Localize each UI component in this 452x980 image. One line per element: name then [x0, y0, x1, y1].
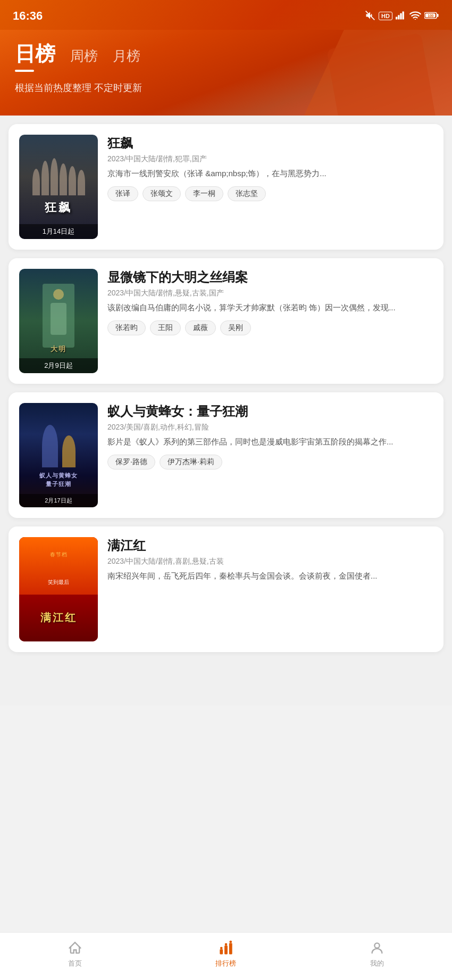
- movie-desc: 该剧改编自马伯庸的同名小说，算学天才帅家默（张若昀 饰）因一次偶然，发现...: [107, 301, 433, 314]
- svg-rect-1: [396, 17, 397, 19]
- movie-info: 满江红2023/中国大陆/剧情,喜剧,悬疑,古装南宋绍兴年间，岳飞死后四年，秦桧…: [107, 537, 433, 641]
- content-list: 狂飙 1月14日起 狂飙2023/中国大陆/剧情,犯罪,国产京海市一线刑警安欣（…: [0, 116, 452, 705]
- nav-ranking[interactable]: 排行榜: [215, 940, 236, 968]
- svg-point-14: [225, 943, 228, 945]
- tab-underline: [15, 70, 34, 72]
- signal-icon: [396, 11, 406, 21]
- svg-rect-3: [400, 13, 401, 19]
- nav-mine-label: 我的: [370, 959, 384, 968]
- tab-monthly[interactable]: 月榜: [113, 47, 140, 65]
- nav-home-label: 首页: [68, 959, 82, 968]
- nav-mine[interactable]: 我的: [367, 940, 387, 968]
- cast-tags: 张若昀王阳戚薇吴刚: [107, 320, 433, 335]
- header-subtitle: 根据当前热度整理 不定时更新: [15, 81, 437, 94]
- movie-info: 蚁人与黄蜂女：量子狂潮2023/美国/喜剧,动作,科幻,冒险影片是《蚁人》系列的…: [107, 403, 433, 507]
- movie-title: 蚁人与黄蜂女：量子狂潮: [107, 403, 433, 419]
- movie-meta: 2023/中国大陆/剧情,悬疑,古装,国产: [107, 289, 433, 298]
- svg-text:100: 100: [428, 14, 434, 18]
- svg-point-16: [374, 943, 379, 948]
- status-time: 16:36: [13, 9, 43, 23]
- header: 日榜 周榜 月榜 根据当前热度整理 不定时更新: [0, 30, 452, 116]
- home-icon: [65, 940, 85, 957]
- svg-point-15: [229, 941, 232, 943]
- cast-tag[interactable]: 李一桐: [185, 186, 223, 201]
- movie-info: 狂飙2023/中国大陆/剧情,犯罪,国产京海市一线刑警安欣（张译 &amp;nb…: [107, 135, 433, 239]
- ranking-icon: [216, 940, 236, 957]
- svg-rect-8: [437, 14, 439, 17]
- movie-meta: 2023/美国/喜剧,动作,科幻,冒险: [107, 423, 433, 432]
- movie-desc: 京海市一线刑警安欣（张译 &amp;nbsp;饰），在与黑恶势力...: [107, 167, 433, 180]
- cast-tag[interactable]: 张志坚: [228, 186, 266, 201]
- svg-rect-4: [403, 11, 404, 19]
- nav-home[interactable]: 首页: [65, 940, 85, 968]
- movie-info: 显微镜下的大明之丝绢案2023/中国大陆/剧情,悬疑,古装,国产该剧改编自马伯庸…: [107, 269, 433, 373]
- cast-tag[interactable]: 张颂文: [143, 186, 181, 201]
- bottom-nav: 首页 排行榜 我的: [0, 932, 452, 980]
- movie-desc: 影片是《蚁人》系列的第三部作品，同时也是漫威电影宇宙第五阶段的揭幕之作...: [107, 435, 433, 448]
- tab-row: 日榜 周榜 月榜: [15, 40, 437, 72]
- tab-daily[interactable]: 日榜: [15, 40, 55, 72]
- cast-tag[interactable]: 保罗·路德: [107, 455, 155, 470]
- mine-icon: [367, 940, 387, 957]
- mute-icon: [365, 10, 375, 22]
- cast-tag[interactable]: 戚薇: [185, 320, 216, 335]
- status-bar: 16:36 HD: [0, 0, 452, 30]
- movie-card[interactable]: 狂飙 1月14日起 狂飙2023/中国大陆/剧情,犯罪,国产京海市一线刑警安欣（…: [9, 124, 443, 250]
- movie-meta: 2023/中国大陆/剧情,喜剧,悬疑,古装: [107, 557, 433, 566]
- svg-point-5: [415, 19, 416, 19]
- nav-ranking-label: 排行榜: [215, 959, 236, 968]
- movie-desc: 南宋绍兴年间，岳飞死后四年，秦桧率兵与金国会谈。会谈前夜，金国使者...: [107, 570, 433, 582]
- tab-weekly[interactable]: 周榜: [70, 47, 98, 65]
- movie-card[interactable]: 大明 2月9日起 显微镜下的大明之丝绢案2023/中国大陆/剧情,悬疑,古装,国…: [9, 258, 443, 384]
- cast-tag[interactable]: 伊万杰琳·莉莉: [160, 455, 222, 470]
- movie-title: 满江红: [107, 537, 433, 554]
- svg-rect-12: [229, 943, 232, 954]
- movie-card[interactable]: 春节档 笑到最后 满江红 满江红2023/中国大陆/剧情,喜剧,悬疑,古装南宋绍…: [9, 526, 443, 652]
- svg-point-13: [220, 946, 223, 949]
- movie-meta: 2023/中国大陆/剧情,犯罪,国产: [107, 154, 433, 164]
- cast-tag[interactable]: 王阳: [150, 320, 181, 335]
- movie-title: 狂飙: [107, 135, 433, 151]
- battery-icon: 100: [424, 11, 439, 21]
- status-icons: HD 100: [365, 10, 439, 22]
- cast-tag[interactable]: 张译: [107, 186, 138, 201]
- cast-tag[interactable]: 张若昀: [107, 320, 146, 335]
- movie-title: 显微镜下的大明之丝绢案: [107, 269, 433, 285]
- cast-tags: 保罗·路德伊万杰琳·莉莉: [107, 455, 433, 470]
- movie-card[interactable]: 蚁人与黄蜂女量子狂潮 2月17日起 蚁人与黄蜂女：量子狂潮2023/美国/喜剧,…: [9, 392, 443, 518]
- svg-rect-11: [224, 945, 228, 954]
- svg-rect-10: [220, 949, 223, 954]
- hd-badge: HD: [379, 12, 392, 20]
- wifi-icon: [409, 11, 421, 21]
- svg-rect-2: [398, 15, 399, 19]
- cast-tags: 张译张颂文李一桐张志坚: [107, 186, 433, 201]
- cast-tag[interactable]: 吴刚: [220, 320, 251, 335]
